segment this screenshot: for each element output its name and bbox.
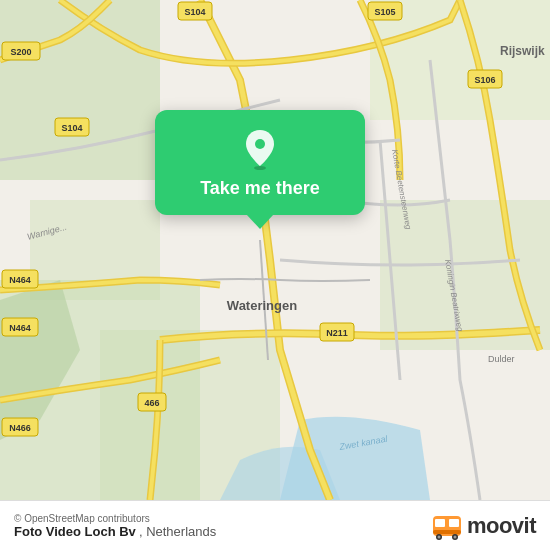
svg-rect-40 <box>435 519 445 527</box>
svg-rect-42 <box>433 530 461 534</box>
svg-text:Wateringen: Wateringen <box>227 298 297 313</box>
svg-text:S104: S104 <box>61 123 82 133</box>
svg-point-45 <box>437 535 440 538</box>
svg-text:S200: S200 <box>10 47 31 57</box>
business-info: Foto Video Loch Bv , Netherlands <box>14 524 216 539</box>
svg-text:Dulder: Dulder <box>488 354 515 364</box>
footer-left: © OpenStreetMap contributors Foto Video … <box>14 513 216 539</box>
svg-text:S104: S104 <box>184 7 205 17</box>
map-container: S200 S104 S104 S105 S106 N21 N211 N464 N… <box>0 0 550 500</box>
map-svg: S200 S104 S104 S105 S106 N21 N211 N464 N… <box>0 0 550 500</box>
svg-rect-41 <box>449 519 459 527</box>
svg-text:N464: N464 <box>9 323 31 333</box>
svg-text:Rijswijk: Rijswijk <box>500 44 545 58</box>
copyright-text: © OpenStreetMap contributors <box>14 513 216 524</box>
footer: © OpenStreetMap contributors Foto Video … <box>0 500 550 550</box>
country-name: Netherlands <box>146 524 216 539</box>
take-me-there-label: Take me there <box>200 178 320 199</box>
moovit-branding: moovit <box>431 510 536 542</box>
svg-point-46 <box>453 535 456 538</box>
svg-text:N466: N466 <box>9 423 31 433</box>
svg-point-37 <box>254 166 266 170</box>
moovit-bus-icon <box>431 510 463 542</box>
location-pin-icon <box>242 128 278 170</box>
moovit-text: moovit <box>467 513 536 539</box>
business-name: Foto Video Loch Bv <box>14 524 136 539</box>
take-me-there-popup[interactable]: Take me there <box>155 110 365 215</box>
svg-text:S106: S106 <box>474 75 495 85</box>
svg-text:N211: N211 <box>326 328 348 338</box>
moovit-logo: moovit <box>431 510 536 542</box>
svg-text:S105: S105 <box>374 7 395 17</box>
svg-point-38 <box>255 139 265 149</box>
svg-text:466: 466 <box>144 398 159 408</box>
svg-text:N464: N464 <box>9 275 31 285</box>
